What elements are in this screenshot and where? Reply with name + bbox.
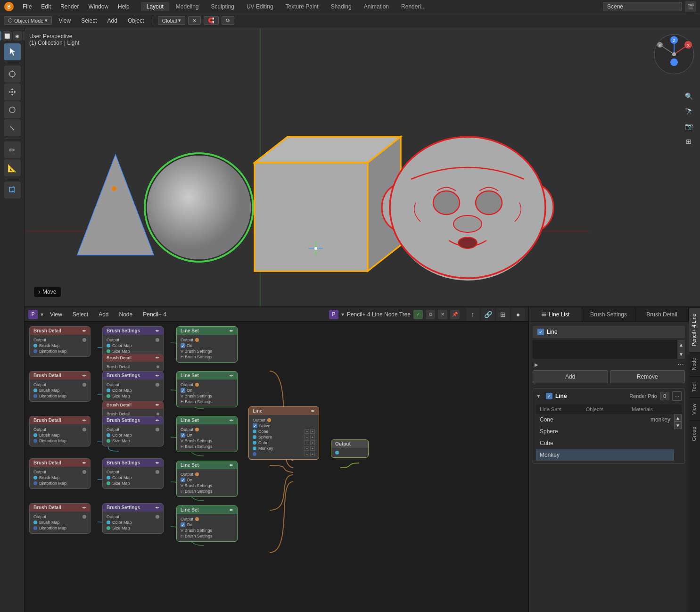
menu-file[interactable]: File	[19, 2, 35, 11]
line-set-row-cone[interactable]: Cone monkey	[536, 414, 674, 426]
edit-icon-ls5[interactable]: ✏	[230, 508, 233, 513]
move-tool[interactable]	[4, 83, 21, 100]
mode-icon-2[interactable]: ⬜	[2, 31, 12, 41]
edit-icon-4[interactable]: ✏	[82, 461, 86, 465]
vtab-view[interactable]: View	[689, 397, 700, 421]
vtab-group[interactable]: Group	[689, 421, 700, 447]
tab-rendering[interactable]: Renderi...	[395, 2, 431, 11]
scene-select[interactable]	[603, 2, 682, 11]
annotate-tool[interactable]: ✏	[4, 141, 21, 158]
menu-edit[interactable]: Edit	[37, 2, 55, 11]
brush-settings-node-2[interactable]: Brush Settings ✏ Output Color Map Size M…	[102, 371, 164, 402]
tab-shading[interactable]: Shading	[325, 2, 357, 11]
chevron-down-icon-3[interactable]: ▾	[41, 311, 43, 318]
brush-detail-node-2[interactable]: Brush Detail ✏ Output Brush Map Distorti…	[29, 371, 91, 402]
tab-animation[interactable]: Animation	[358, 2, 395, 11]
toolbar-add[interactable]: Add	[104, 17, 121, 25]
toggle-arrow[interactable]: ▼	[536, 393, 541, 399]
brush-detail-node-5[interactable]: Brush Detail ✏ Output Brush Map Distorti…	[29, 503, 91, 534]
nav-up-btn[interactable]: ↑	[466, 308, 479, 321]
zoom-out-btn[interactable]: 🔭	[682, 105, 695, 118]
nav-sphere-btn[interactable]: ●	[511, 308, 525, 321]
cursor-tool[interactable]	[4, 66, 21, 83]
mode-icon-3[interactable]: ◉	[13, 31, 22, 41]
more-options-btn[interactable]: ⋯	[672, 391, 682, 401]
remove-button[interactable]: Remove	[610, 370, 685, 383]
line-node[interactable]: Line ✏ Output Active Cone	[248, 406, 319, 460]
snap-btn[interactable]: 🧲	[204, 16, 219, 25]
header-view[interactable]: View	[46, 310, 66, 319]
header-node[interactable]: Node	[115, 310, 137, 319]
brush-settings-node-3[interactable]: Brush Settings ✏ Output Color Map Size M…	[102, 416, 164, 447]
edit-icon-5[interactable]: ✏	[82, 505, 86, 510]
play-btn[interactable]: ▶	[533, 361, 540, 368]
node-tree-type[interactable]: P	[329, 310, 338, 319]
line-set-node-1[interactable]: Line Set ✏ Output On V Brush Settings H …	[176, 326, 238, 363]
toolbar-select[interactable]: Select	[77, 17, 100, 25]
brush-detail-sub-1[interactable]: Brush Detail ✏ Brush Detail	[102, 354, 164, 372]
line-set-node-3[interactable]: Line Set ✏ Output On V Brush Settings H …	[176, 416, 238, 452]
tab-uv-editing[interactable]: UV Editing	[241, 2, 279, 11]
edit-icon-line[interactable]: ✏	[311, 409, 315, 414]
toolbar-view[interactable]: View	[55, 17, 74, 25]
scroll-btn-up[interactable]: ▲	[677, 340, 685, 349]
brush-settings-node-4[interactable]: Brush Settings ✏ Output Color Map Size M…	[102, 458, 164, 489]
tab-texture-paint[interactable]: Texture Paint	[280, 2, 324, 11]
pin-icon[interactable]: 📌	[450, 310, 460, 319]
transform-selector[interactable]: Global ▾	[158, 16, 186, 25]
menu-window[interactable]: Window	[84, 2, 112, 11]
line-checkbox[interactable]	[537, 329, 544, 335]
node-canvas[interactable]: Brush Detail ✏ Output Brush Map Distorti…	[25, 322, 528, 612]
header-select[interactable]: Select	[69, 310, 92, 319]
output-node[interactable]: Output	[331, 439, 369, 458]
node-close-icon[interactable]: ✕	[438, 310, 447, 319]
line-entry-1[interactable]: Line	[533, 326, 685, 338]
line-set-row-sphere[interactable]: Sphere	[536, 426, 674, 438]
node-shield-icon[interactable]: ✓	[413, 310, 423, 319]
object-mode-selector[interactable]: ⬡ Object Mode ▾	[4, 16, 52, 25]
add-cube-tool[interactable]: +	[4, 182, 21, 198]
pencilplus-icon[interactable]: P	[28, 310, 38, 319]
measure-tool[interactable]: 📐	[4, 159, 21, 176]
viewport-gizmo[interactable]: Z X Y	[653, 33, 695, 77]
menu-help[interactable]: Help	[114, 2, 133, 11]
select-tool[interactable]	[4, 43, 21, 60]
sets-scroll-up[interactable]: ▲	[674, 414, 682, 422]
edit-icon-bs5[interactable]: ✏	[156, 505, 159, 510]
edit-icon-bs3[interactable]: ✏	[156, 418, 159, 423]
edit-icon-2[interactable]: ✏	[82, 373, 86, 378]
add-button[interactable]: Add	[533, 370, 608, 383]
chevron-down-icon-4[interactable]: ▾	[341, 311, 344, 318]
nav-icon-btn[interactable]: 🔗	[481, 308, 494, 321]
transform-orient-btn[interactable]: ⟳	[222, 16, 234, 25]
render-prio-value[interactable]: 0	[660, 392, 669, 400]
zoom-in-btn[interactable]: 🔍	[682, 90, 695, 103]
rotate-tool[interactable]	[4, 101, 21, 118]
grid-btn[interactable]: ⊞	[682, 135, 695, 148]
edit-icon-ls4[interactable]: ✏	[230, 463, 233, 468]
vtab-node[interactable]: Node	[689, 352, 700, 376]
line-set-row-cube[interactable]: Cube	[536, 438, 674, 449]
vtab-pencil4line[interactable]: Pencil+ 4 Line	[689, 307, 700, 352]
vtab-tool[interactable]: Tool	[689, 376, 700, 397]
node-copy-icon[interactable]: ⧉	[426, 310, 435, 319]
menu-render[interactable]: Render	[57, 2, 82, 11]
edit-icon-bs1[interactable]: ✏	[156, 329, 159, 333]
camera-btn[interactable]: 📷	[682, 120, 695, 133]
line-set-node-4[interactable]: Line Set ✏ Output On V Brush Settings H …	[176, 461, 238, 497]
tab-sculpting[interactable]: Sculpting	[206, 2, 240, 11]
brush-detail-node-3[interactable]: Brush Detail ✏ Output Brush Map Distorti…	[29, 416, 91, 447]
brush-settings-node-5[interactable]: Brush Settings ✏ Output Color Map Size M…	[102, 503, 164, 534]
brush-settings-node-1[interactable]: Brush Settings ✏ Output Color Map Size M…	[102, 326, 164, 357]
mode-icon-1[interactable]: ⬡	[0, 31, 1, 41]
line-set-node-5[interactable]: Line Set ✏ Output On V Brush Settings H …	[176, 505, 238, 542]
brush-detail-node-1[interactable]: Brush Detail ✏ Output Brush Map Distorti…	[29, 326, 91, 357]
tab-brush-settings[interactable]: Brush Settings	[582, 307, 635, 322]
edit-icon-ls1[interactable]: ✏	[230, 329, 233, 333]
header-add[interactable]: Add	[95, 310, 112, 319]
viewport[interactable]: User Perspective (1) Collection | Light …	[25, 28, 700, 306]
brush-detail-node-4[interactable]: Brush Detail ✏ Output Brush Map Distorti…	[29, 458, 91, 489]
tab-brush-detail[interactable]: Brush Detail	[635, 307, 689, 322]
render-icon[interactable]: 🎬	[685, 1, 696, 12]
tab-layout[interactable]: Layout	[141, 2, 169, 11]
